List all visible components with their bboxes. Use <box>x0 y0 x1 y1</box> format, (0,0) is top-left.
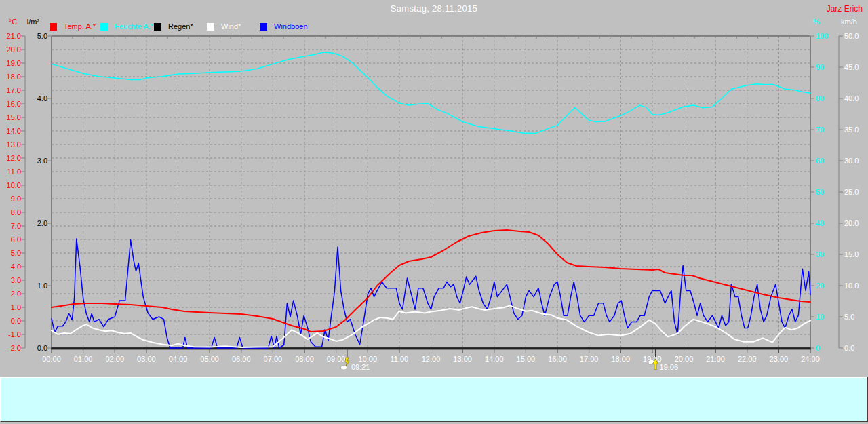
y-axis-wind: 50.045.040.035.030.025.020.015.010.05.00… <box>839 32 859 352</box>
y-axis-label-rain: 1.0 <box>37 282 47 290</box>
y-axis-label-temp: 10.0 <box>7 181 21 189</box>
x-axis-label: 00:00 <box>42 355 61 363</box>
time-marker-1906: 19:06 <box>648 349 678 371</box>
y-axis-label-temp: 16.0 <box>7 100 21 108</box>
x-axis-label: 18:00 <box>611 355 630 363</box>
x-axis-label: 24:00 <box>801 355 820 363</box>
y-axis-label-temp: -2.0 <box>8 344 21 352</box>
summary-table <box>0 377 868 422</box>
y-axis-label-temp: 4.0 <box>11 263 21 271</box>
y-axis-label-wind: 15.0 <box>844 250 859 258</box>
x-axis-label: 20:00 <box>675 355 694 363</box>
series-humidity-line <box>52 52 810 134</box>
x-axis-label: 08:00 <box>295 355 314 363</box>
x-axis-label: 09:00 <box>327 355 346 363</box>
y-axis-label-humidity: 100 <box>816 32 828 40</box>
lightning-down-icon <box>345 358 349 366</box>
y-axis-label-temp: 19.0 <box>7 59 21 67</box>
y-axis-label-rain: 2.0 <box>37 219 47 227</box>
x-axis-label: 17:00 <box>580 355 599 363</box>
x-axis: 00:0001:0002:0003:0004:0005:0006:0007:00… <box>42 349 820 363</box>
y-axis-label-rain: 5.0 <box>37 32 47 40</box>
y-axis-label-humidity: 20 <box>816 282 824 290</box>
y-axis-label-wind: 0.0 <box>844 344 854 352</box>
x-axis-label: 01:00 <box>74 355 93 363</box>
y-axis-label-humidity: 50 <box>816 188 824 196</box>
x-axis-label: 13:00 <box>453 355 472 363</box>
y-axis-label-temp: 15.0 <box>7 113 21 121</box>
x-axis-label: 03:00 <box>137 355 156 363</box>
x-axis-label: 06:00 <box>232 355 251 363</box>
y-axis-label-wind: 35.0 <box>844 126 859 134</box>
y-axis-label-wind: 25.0 <box>844 188 859 196</box>
y-axis-label-wind: 5.0 <box>844 313 854 321</box>
y-axis-label-temp: 8.0 <box>11 208 21 216</box>
y-axis-label-temp: 14.0 <box>7 127 21 135</box>
y-axis-label-temp: 17.0 <box>7 86 21 94</box>
x-axis-label: 21:00 <box>706 355 725 363</box>
y-axis-label-temp: 0.0 <box>11 317 21 325</box>
x-axis-label: 23:00 <box>770 355 789 363</box>
y-axis-label-wind: 50.0 <box>844 32 859 40</box>
y-axis-label-humidity: 30 <box>816 250 824 258</box>
x-axis-label: 05:00 <box>200 355 219 363</box>
y-axis-label-humidity: 0 <box>816 344 820 352</box>
weather-report-window: Samstag, 28.11.2015 Jarz Erich °C l/m² %… <box>0 0 868 424</box>
x-axis-label: 22:00 <box>738 355 757 363</box>
y-axis-label-temp: 1.0 <box>11 303 21 311</box>
y-axis-label-temp: 6.0 <box>11 235 21 244</box>
y-axis-rain: 5.04.03.02.01.00.0 <box>37 32 52 352</box>
y-axis-label-temp: 5.0 <box>11 249 21 257</box>
x-axis-label: 16:00 <box>548 355 567 363</box>
x-axis-label: 10:00 <box>358 355 377 363</box>
y-axis-label-wind: 20.0 <box>844 219 859 227</box>
y-axis-label-temp: 13.0 <box>7 140 21 149</box>
y-axis-label-temp: 3.0 <box>11 276 21 284</box>
y-axis-temp: 21.020.019.018.017.016.015.014.013.012.0… <box>7 32 25 352</box>
y-axis-label-temp: 9.0 <box>11 195 21 203</box>
y-axis-label-rain: 0.0 <box>37 344 47 352</box>
x-axis-label: 02:00 <box>105 355 124 363</box>
x-axis-label: 11:00 <box>391 355 409 363</box>
y-axis-label-temp: 12.0 <box>7 154 21 162</box>
y-axis-label-temp: -1.0 <box>8 330 21 339</box>
time-marker-label: 09:21 <box>351 363 370 371</box>
y-axis-label-humidity: 10 <box>816 313 824 321</box>
y-axis-label-wind: 45.0 <box>844 63 859 71</box>
y-axis-label-humidity: 40 <box>816 219 824 227</box>
y-axis-label-humidity: 90 <box>816 63 824 71</box>
time-marker-label: 19:06 <box>660 363 679 371</box>
chart-canvas: 00:0001:0002:0003:0004:0005:0006:0007:00… <box>0 0 868 377</box>
y-axis-label-humidity: 80 <box>816 94 824 102</box>
x-axis-label: 07:00 <box>264 355 283 363</box>
y-axis-label-wind: 10.0 <box>844 282 859 290</box>
y-axis-label-temp: 2.0 <box>11 290 21 298</box>
y-axis-label-rain: 4.0 <box>37 94 47 102</box>
y-axis-label-temp: 18.0 <box>7 73 21 81</box>
y-axis-label-rain: 3.0 <box>37 157 47 165</box>
y-axis-label-humidity: 60 <box>816 157 824 165</box>
gridlines <box>52 36 810 348</box>
y-axis-label-humidity: 70 <box>816 126 824 134</box>
y-axis-humidity: 1009080706050403020100 <box>810 32 828 352</box>
y-axis-label-wind: 40.0 <box>844 94 859 102</box>
y-axis-label-temp: 11.0 <box>7 168 21 176</box>
y-axis-label-temp: 7.0 <box>11 222 21 230</box>
y-axis-label-temp: 21.0 <box>7 32 21 40</box>
x-axis-label: 14:00 <box>485 355 504 363</box>
y-axis-label-wind: 30.0 <box>844 157 859 165</box>
x-axis-label: 15:00 <box>517 355 536 363</box>
x-axis-label: 04:00 <box>169 355 188 363</box>
y-axis-label-temp: 20.0 <box>7 45 21 54</box>
x-axis-label: 12:00 <box>422 355 441 363</box>
